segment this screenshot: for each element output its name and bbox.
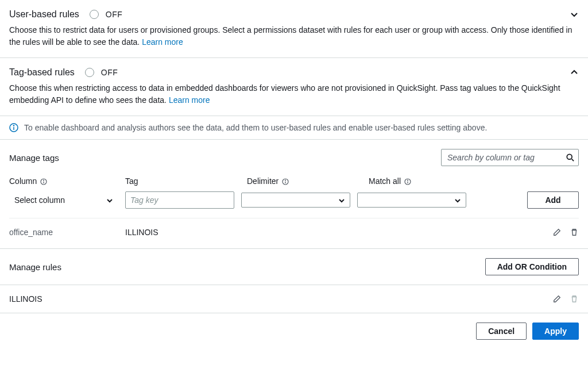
toggle-wrap: OFF (90, 10, 123, 19)
toggle-radio[interactable] (90, 10, 99, 19)
learn-more-link[interactable]: Learn more (142, 37, 183, 47)
edit-icon[interactable] (552, 228, 562, 237)
info-icon[interactable] (404, 178, 411, 185)
svg-line-4 (572, 159, 574, 162)
section-header: User-based rules OFF (9, 9, 579, 20)
manage-tags-section: Manage tags Column Tag Delimiter Match a… (0, 140, 588, 249)
chevron-down-icon[interactable] (570, 10, 579, 19)
chevron-down-icon (106, 197, 113, 204)
add-or-condition-button[interactable]: Add OR Condition (485, 258, 579, 275)
delete-icon[interactable] (570, 228, 579, 237)
th-delimiter-label: Delimiter (247, 176, 278, 186)
search-wrap (441, 149, 579, 166)
info-banner: To enable dashboard and analysis authors… (0, 116, 588, 140)
chevron-up-icon[interactable] (570, 68, 579, 77)
tag-based-title: Tag-based rules (9, 67, 75, 78)
desc-text: Choose this when restricting access to d… (9, 83, 560, 105)
match-all-dropdown[interactable] (357, 193, 466, 208)
svg-point-2 (13, 125, 14, 126)
info-icon[interactable] (282, 178, 289, 185)
cell-tag: ILLINOIS (125, 228, 240, 237)
chevron-down-icon (454, 197, 461, 204)
title-group: Tag-based rules OFF (9, 67, 118, 78)
info-banner-text: To enable dashboard and analysis authors… (24, 123, 487, 132)
learn-more-link[interactable]: Learn more (169, 95, 210, 105)
tags-input-row: Select column Add (9, 191, 579, 218)
section-header: Tag-based rules OFF (9, 67, 579, 78)
row-actions (552, 228, 579, 237)
apply-button[interactable]: Apply (532, 323, 579, 340)
title-group: User-based rules OFF (9, 9, 122, 20)
manage-rules-title: Manage rules (9, 262, 61, 272)
th-tag: Tag (125, 176, 240, 186)
cell-column: office_name (9, 228, 118, 237)
manage-rules-header: Manage rules Add OR Condition (0, 249, 588, 285)
select-column-label: Select column (14, 195, 65, 205)
table-row: office_name ILLINOIS (9, 218, 579, 239)
select-column-dropdown[interactable]: Select column (9, 191, 118, 209)
info-icon[interactable] (40, 178, 47, 185)
rule-row: ILLINOIS (0, 285, 588, 313)
cancel-button[interactable]: Cancel (476, 323, 527, 340)
add-tag-button[interactable]: Add (527, 191, 579, 209)
tags-table-header: Column Tag Delimiter Match all (9, 176, 579, 191)
footer: Cancel Apply (0, 313, 588, 349)
search-input[interactable] (441, 149, 579, 166)
edit-icon[interactable] (552, 294, 562, 304)
toggle-state: OFF (101, 68, 118, 77)
tag-based-desc: Choose this when restricting access to d… (9, 82, 579, 106)
delete-icon (570, 294, 579, 304)
tag-based-rules-section: Tag-based rules OFF Choose this when res… (0, 58, 588, 116)
row-actions (552, 294, 579, 304)
svg-point-6 (44, 180, 44, 181)
th-delimiter: Delimiter (247, 176, 362, 186)
user-based-title: User-based rules (9, 9, 79, 20)
toggle-radio[interactable] (85, 68, 94, 77)
user-based-desc: Choose this to restrict data for users o… (9, 24, 579, 48)
th-match-all: Match all (369, 176, 483, 186)
user-based-rules-section: User-based rules OFF Choose this to rest… (0, 0, 588, 58)
svg-point-9 (285, 180, 286, 181)
svg-point-3 (567, 154, 572, 159)
toggle-wrap: OFF (85, 68, 118, 77)
info-icon (9, 123, 18, 132)
manage-tags-header: Manage tags (9, 149, 579, 166)
th-tag-label: Tag (125, 176, 138, 186)
th-match-label: Match all (369, 176, 401, 186)
search-icon[interactable] (566, 153, 574, 162)
svg-point-12 (408, 180, 408, 181)
th-column: Column (9, 176, 118, 186)
rule-label: ILLINOIS (9, 294, 42, 304)
tag-key-input[interactable] (125, 191, 234, 209)
manage-tags-title: Manage tags (9, 153, 59, 163)
toggle-state: OFF (106, 10, 123, 19)
chevron-down-icon (338, 197, 345, 204)
delimiter-dropdown[interactable] (241, 193, 350, 208)
desc-text: Choose this to restrict data for users o… (9, 25, 572, 47)
th-column-label: Column (9, 176, 37, 186)
